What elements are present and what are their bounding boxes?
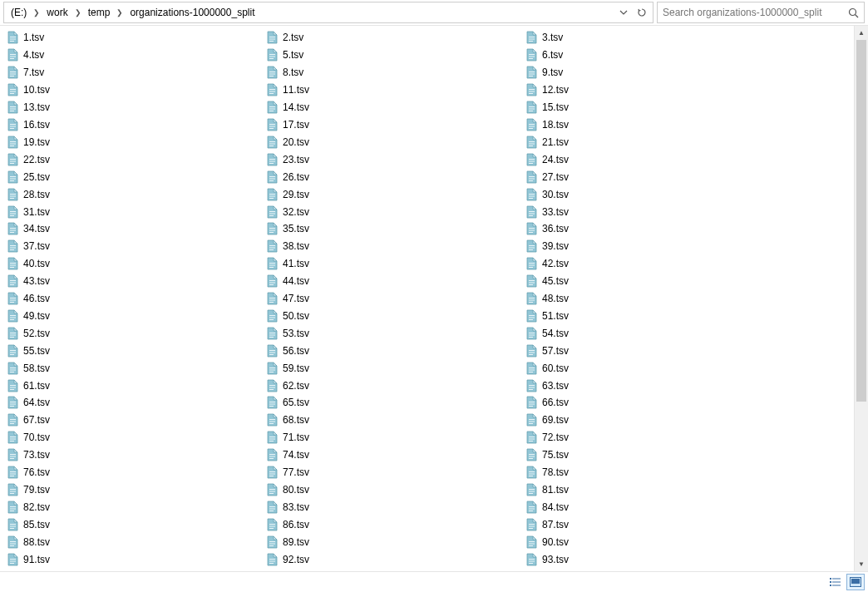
file-item[interactable]: 24.tsv: [524, 150, 783, 168]
search-icon[interactable]: [842, 7, 864, 18]
file-item[interactable]: 43.tsv: [5, 273, 264, 290]
file-item[interactable]: 57.tsv: [524, 342, 783, 359]
file-item[interactable]: 44.tsv: [264, 273, 524, 290]
file-item[interactable]: 88.tsv: [5, 533, 264, 550]
file-item[interactable]: 28.tsv: [5, 185, 264, 203]
file-item[interactable]: 50.tsv: [264, 308, 524, 325]
file-item[interactable]: 72.tsv: [524, 429, 783, 446]
file-item[interactable]: 47.tsv: [264, 290, 524, 308]
file-item[interactable]: 54.tsv: [524, 324, 783, 342]
file-item[interactable]: 42.tsv: [524, 255, 783, 273]
file-item[interactable]: 26.tsv: [264, 168, 524, 185]
file-item[interactable]: 62.tsv: [264, 377, 524, 394]
history-dropdown-button[interactable]: [614, 8, 633, 17]
file-item[interactable]: 2.tsv: [264, 29, 524, 47]
file-item[interactable]: 86.tsv: [264, 516, 524, 533]
scroll-down-button[interactable]: ▼: [855, 557, 868, 571]
search-box[interactable]: [657, 2, 865, 23]
file-item[interactable]: 13.tsv: [5, 99, 264, 116]
file-list-pane[interactable]: 1.tsv4.tsv7.tsv10.tsv13.tsv16.tsv19.tsv2…: [0, 26, 854, 571]
file-item[interactable]: 8.tsv: [264, 64, 524, 81]
file-item[interactable]: 15.tsv: [524, 99, 783, 116]
file-item[interactable]: 36.tsv: [524, 220, 783, 238]
breadcrumb-temp[interactable]: temp: [83, 5, 116, 20]
details-view-button[interactable]: [826, 574, 845, 590]
file-item[interactable]: 64.tsv: [5, 394, 264, 412]
file-item[interactable]: 66.tsv: [524, 394, 783, 412]
breadcrumb-work[interactable]: work: [42, 5, 72, 20]
scroll-up-button[interactable]: ▲: [855, 26, 868, 40]
file-item[interactable]: 92.tsv: [264, 550, 524, 568]
file-item[interactable]: 61.tsv: [5, 377, 264, 394]
file-item[interactable]: 51.tsv: [524, 308, 783, 325]
file-item[interactable]: 32.tsv: [264, 203, 524, 220]
vertical-scrollbar[interactable]: ▲ ▼: [854, 26, 868, 571]
file-item[interactable]: 34.tsv: [5, 220, 264, 238]
file-item[interactable]: 84.tsv: [524, 498, 783, 516]
file-item[interactable]: 56.tsv: [264, 342, 524, 359]
file-item[interactable]: 83.tsv: [264, 498, 524, 516]
file-item[interactable]: 7.tsv: [5, 64, 264, 81]
refresh-button[interactable]: [633, 7, 651, 17]
file-item[interactable]: 5.tsv: [264, 47, 524, 64]
file-item[interactable]: 6.tsv: [524, 47, 783, 64]
file-item[interactable]: 30.tsv: [524, 185, 783, 203]
file-item[interactable]: 78.tsv: [524, 464, 783, 481]
file-item[interactable]: 17.tsv: [264, 116, 524, 134]
file-item[interactable]: 60.tsv: [524, 359, 783, 377]
breadcrumb-root[interactable]: (E:): [6, 5, 32, 20]
file-item[interactable]: 31.tsv: [5, 203, 264, 220]
file-item[interactable]: 1.tsv: [5, 29, 264, 47]
chevron-right-icon[interactable]: ❯: [32, 8, 42, 17]
file-item[interactable]: 53.tsv: [264, 324, 524, 342]
file-item[interactable]: 71.tsv: [264, 429, 524, 446]
chevron-right-icon[interactable]: ❯: [73, 8, 83, 17]
address-bar[interactable]: (E:) ❯ work ❯ temp ❯ organizations-10000…: [3, 2, 653, 23]
breadcrumb-current[interactable]: organizations-1000000_split: [125, 5, 259, 20]
file-item[interactable]: 38.tsv: [264, 238, 524, 255]
file-item[interactable]: 59.tsv: [264, 359, 524, 377]
file-item[interactable]: 70.tsv: [5, 429, 264, 446]
file-item[interactable]: 10.tsv: [5, 81, 264, 99]
file-item[interactable]: 41.tsv: [264, 255, 524, 273]
file-item[interactable]: 29.tsv: [264, 185, 524, 203]
file-item[interactable]: 89.tsv: [264, 533, 524, 550]
file-item[interactable]: 75.tsv: [524, 446, 783, 464]
file-item[interactable]: 25.tsv: [5, 168, 264, 185]
file-item[interactable]: 3.tsv: [524, 29, 783, 47]
large-icons-view-button[interactable]: [846, 574, 865, 590]
file-item[interactable]: 40.tsv: [5, 255, 264, 273]
file-item[interactable]: 90.tsv: [524, 533, 783, 550]
file-item[interactable]: 20.tsv: [264, 133, 524, 150]
file-item[interactable]: 76.tsv: [5, 464, 264, 481]
file-item[interactable]: 58.tsv: [5, 359, 264, 377]
file-item[interactable]: 91.tsv: [5, 550, 264, 568]
file-item[interactable]: 49.tsv: [5, 308, 264, 325]
file-item[interactable]: 22.tsv: [5, 150, 264, 168]
file-item[interactable]: 11.tsv: [264, 81, 524, 99]
file-item[interactable]: 79.tsv: [5, 481, 264, 499]
file-item[interactable]: 68.tsv: [264, 412, 524, 429]
file-item[interactable]: 16.tsv: [5, 116, 264, 134]
file-item[interactable]: 67.tsv: [5, 412, 264, 429]
file-item[interactable]: 81.tsv: [524, 481, 783, 499]
file-item[interactable]: 69.tsv: [524, 412, 783, 429]
file-item[interactable]: 19.tsv: [5, 133, 264, 150]
file-item[interactable]: 45.tsv: [524, 273, 783, 290]
file-item[interactable]: 12.tsv: [524, 81, 783, 99]
file-item[interactable]: 33.tsv: [524, 203, 783, 220]
file-item[interactable]: 65.tsv: [264, 394, 524, 412]
file-item[interactable]: 46.tsv: [5, 290, 264, 308]
scroll-track[interactable]: [855, 40, 868, 557]
file-item[interactable]: 21.tsv: [524, 133, 783, 150]
file-item[interactable]: 77.tsv: [264, 464, 524, 481]
file-item[interactable]: 73.tsv: [5, 446, 264, 464]
chevron-right-icon[interactable]: ❯: [115, 8, 125, 17]
file-item[interactable]: 4.tsv: [5, 47, 264, 64]
file-item[interactable]: 80.tsv: [264, 481, 524, 499]
file-item[interactable]: 52.tsv: [5, 324, 264, 342]
file-item[interactable]: 85.tsv: [5, 516, 264, 533]
search-input[interactable]: [658, 5, 842, 20]
file-item[interactable]: 39.tsv: [524, 238, 783, 255]
file-item[interactable]: 27.tsv: [524, 168, 783, 185]
